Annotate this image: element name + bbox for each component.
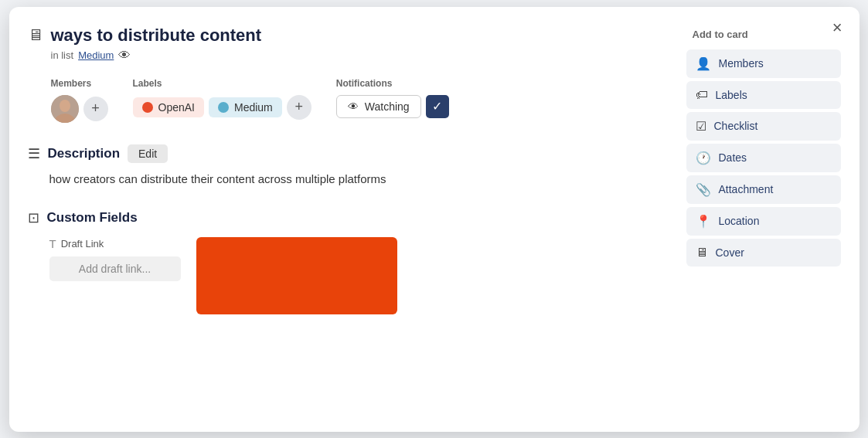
cover-icon: 🖥 bbox=[696, 246, 708, 260]
medium-dot bbox=[218, 102, 229, 113]
location-icon: 📍 bbox=[696, 214, 711, 229]
members-meta: Members + bbox=[51, 78, 108, 123]
description-text: how creators can distribute their conten… bbox=[49, 171, 662, 188]
watching-button[interactable]: 👁 Watching bbox=[336, 95, 421, 118]
openai-label-text: OpenAI bbox=[158, 101, 195, 114]
medium-label-text: Medium bbox=[234, 101, 273, 114]
svg-point-1 bbox=[60, 100, 70, 112]
list-link[interactable]: Medium bbox=[78, 49, 114, 61]
card-type-icon: 🖥 bbox=[28, 26, 43, 44]
notifications-meta: Notifications 👁 Watching ✓ bbox=[336, 78, 449, 118]
card-subtitle: in list Medium 👁 bbox=[51, 49, 662, 63]
field-name: Draft Link bbox=[61, 238, 104, 250]
custom-fields-title: Custom Fields bbox=[47, 210, 138, 226]
sidebar-label-location: Location bbox=[719, 215, 760, 227]
field-type-icon: T bbox=[49, 237, 56, 250]
sidebar: Add to card 👤 Members 🏷 Labels ☑ Checkli… bbox=[686, 25, 841, 413]
field-col: T Draft Link Add draft link... bbox=[49, 237, 181, 281]
avatar[interactable] bbox=[51, 95, 79, 123]
sidebar-label-attachment: Attachment bbox=[719, 183, 774, 195]
description-title: Description bbox=[48, 146, 121, 161]
sidebar-header: Add to card bbox=[686, 29, 841, 40]
sidebar-label-labels: Labels bbox=[716, 89, 747, 101]
sidebar-item-cover[interactable]: 🖥 Cover bbox=[686, 239, 841, 267]
meta-row: Members + Labels bbox=[51, 78, 662, 123]
watching-check-button[interactable]: ✓ bbox=[426, 95, 449, 118]
members-icon: 👤 bbox=[696, 56, 711, 71]
description-section: ☰ Description Edit how creators can dist… bbox=[28, 144, 662, 188]
sidebar-label-checklist: Checklist bbox=[714, 120, 758, 132]
watching-label: Watching bbox=[365, 100, 410, 113]
edit-description-button[interactable]: Edit bbox=[128, 144, 168, 163]
add-label-button[interactable]: + bbox=[287, 95, 311, 120]
sidebar-item-dates[interactable]: 🕐 Dates bbox=[686, 144, 841, 172]
add-draft-link-button[interactable]: Add draft link... bbox=[49, 256, 181, 281]
description-icon: ☰ bbox=[28, 145, 40, 162]
watching-eye-icon: 👁 bbox=[348, 100, 359, 113]
labels-row: OpenAI Medium + bbox=[133, 95, 311, 120]
description-header: ☰ Description Edit bbox=[28, 144, 662, 163]
sidebar-label-dates: Dates bbox=[719, 151, 747, 164]
custom-field-row: T Draft Link Add draft link... bbox=[49, 237, 662, 314]
watch-icon: 👁 bbox=[118, 49, 131, 63]
dates-icon: 🕐 bbox=[696, 151, 711, 165]
members-row: + bbox=[51, 95, 108, 123]
sidebar-item-labels[interactable]: 🏷 Labels bbox=[686, 81, 841, 109]
main-content: 🖥 ways to distribute content in list Med… bbox=[28, 25, 686, 413]
labels-meta: Labels OpenAI Medium + bbox=[133, 78, 311, 120]
label-openai[interactable]: OpenAI bbox=[133, 97, 204, 117]
sidebar-item-location[interactable]: 📍 Location bbox=[686, 207, 841, 236]
add-member-button[interactable]: + bbox=[83, 97, 108, 121]
card-title: ways to distribute content bbox=[51, 25, 262, 46]
sidebar-item-members[interactable]: 👤 Members bbox=[686, 49, 841, 78]
labels-label: Labels bbox=[133, 78, 311, 89]
close-button[interactable]: × bbox=[828, 18, 847, 38]
card-modal: × 🖥 ways to distribute content in list M… bbox=[9, 7, 859, 432]
sidebar-label-cover: Cover bbox=[716, 246, 744, 259]
custom-fields-icon: ⊡ bbox=[28, 209, 39, 226]
sidebar-item-checklist[interactable]: ☑ Checklist bbox=[686, 112, 841, 141]
openai-dot bbox=[142, 102, 153, 113]
checklist-icon: ☑ bbox=[696, 119, 706, 134]
sidebar-label-members: Members bbox=[719, 57, 764, 70]
label-medium[interactable]: Medium bbox=[209, 97, 282, 117]
members-label: Members bbox=[51, 78, 108, 89]
custom-fields-header: ⊡ Custom Fields bbox=[28, 209, 662, 226]
attachment-icon: 📎 bbox=[696, 182, 711, 197]
orange-placeholder bbox=[196, 237, 397, 314]
custom-fields-section: ⊡ Custom Fields T Draft Link Add draft l… bbox=[28, 209, 662, 314]
field-label: T Draft Link bbox=[49, 237, 181, 250]
notifications-label: Notifications bbox=[336, 78, 449, 89]
in-list-label: in list bbox=[51, 49, 74, 61]
sidebar-item-attachment[interactable]: 📎 Attachment bbox=[686, 175, 841, 204]
card-title-row: 🖥 ways to distribute content bbox=[28, 25, 662, 46]
labels-icon: 🏷 bbox=[696, 88, 708, 102]
